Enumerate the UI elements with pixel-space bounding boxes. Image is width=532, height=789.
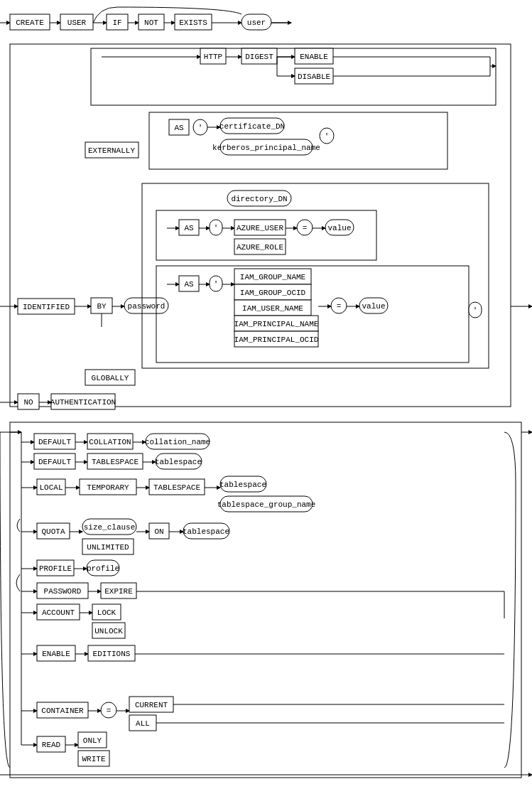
disable-label: DISABLE: [298, 73, 331, 81]
current-label: CURRENT: [135, 701, 168, 709]
iam-principal-ocid-label: IAM_PRINCIPAL_OCID: [234, 336, 319, 344]
account-label: ACCOUNT: [42, 608, 75, 617]
iam-group-ocid-label: IAM_GROUP_OCID: [240, 289, 306, 297]
externally-label: EXTERNALLY: [88, 146, 135, 155]
q5-label: ': [473, 306, 478, 315]
collation-label: COLLATION: [89, 438, 131, 446]
ts-group-label: tablespace_group_name: [217, 500, 316, 509]
eq2-label: =: [337, 302, 342, 311]
all-label: ALL: [136, 719, 150, 728]
if-label: IF: [112, 18, 121, 27]
auth-label: AUTHENTICATION: [50, 398, 116, 407]
railroad-diagram: CREATE USER IF NOT EXISTS user IDENTIFIE…: [0, 0, 532, 789]
container-label: CONTAINER: [41, 707, 84, 715]
iam-box: [156, 266, 469, 363]
digest-label: DIGEST: [245, 53, 273, 61]
write-label: WRITE: [82, 755, 105, 763]
default2-label: DEFAULT: [38, 458, 72, 466]
not-label: NOT: [144, 18, 158, 27]
by-label: BY: [97, 302, 107, 311]
profile-val-label: profile: [87, 564, 119, 573]
read-label: READ: [42, 741, 61, 749]
azure-user-label: AZURE_USER: [237, 224, 283, 232]
as-externally-label: AS: [174, 124, 184, 132]
iam-user-name-label: IAM_USER_NAME: [242, 304, 303, 313]
user-rounded-label: user: [247, 18, 266, 27]
expire-label: EXPIRE: [104, 587, 133, 596]
on-label: ON: [154, 527, 163, 536]
quote1-label: ': [198, 124, 203, 132]
tablespace2-label: TABLESPACE: [153, 483, 200, 492]
eq3-label: =: [107, 707, 112, 715]
eq1-label: =: [303, 224, 308, 232]
ts-quota-label: tablespace: [183, 527, 229, 536]
globally-label: GLOBALLY: [92, 374, 129, 382]
unlimited-label: UNLIMITED: [87, 543, 129, 552]
size-clause-label: size_clause: [84, 523, 136, 532]
q3-label: ': [214, 224, 219, 232]
kerberos-label: kerberos_principal_name: [212, 144, 320, 152]
password-label: password: [128, 302, 165, 311]
as-iam-label: AS: [184, 280, 194, 289]
enable-kw-label: ENABLE: [42, 650, 70, 658]
no-label: NO: [23, 398, 33, 407]
ts-val2-label: tablespace: [219, 481, 266, 489]
http-label: HTTP: [204, 53, 223, 61]
password-kw-label: PASSWORD: [44, 587, 82, 596]
val2-label: value: [362, 302, 385, 311]
quote2-label: ': [325, 132, 330, 141]
val1-label: value: [327, 224, 351, 232]
profile-label: PROFILE: [39, 564, 72, 573]
identified-label: IDENTIFIED: [23, 303, 70, 311]
collation-name-label: collation_name: [145, 438, 210, 446]
exists-label: EXISTS: [179, 18, 207, 27]
tablespace1-label: TABLESPACE: [92, 458, 139, 466]
dir-dn-label: directory_DN: [231, 195, 287, 203]
azure-role-label: AZURE_ROLE: [237, 243, 283, 252]
editions-label: EDITIONS: [93, 650, 131, 658]
ts-val1-label: tablespace: [155, 458, 202, 466]
q4-label: ': [214, 280, 219, 289]
default1-label: DEFAULT: [38, 438, 72, 446]
cert-dn-label: certificate_DN: [219, 122, 285, 131]
iam-principal-name-label: IAM_PRINCIPAL_NAME: [234, 320, 319, 328]
unlock-label: UNLOCK: [94, 627, 123, 635]
quota-label: QUOTA: [41, 527, 65, 536]
user-label: USER: [67, 18, 87, 27]
as-azure-label: AS: [184, 224, 194, 232]
temporary-label: TEMPORARY: [87, 483, 129, 492]
options-outer-box: [10, 422, 521, 778]
local-label: LOCAL: [39, 483, 63, 492]
iam-group-name-label: IAM_GROUP_NAME: [240, 273, 306, 281]
only-label: ONLY: [83, 736, 102, 745]
enable-label: ENABLE: [300, 53, 328, 61]
lock-label: LOCK: [97, 608, 116, 617]
create-label: CREATE: [16, 18, 44, 27]
